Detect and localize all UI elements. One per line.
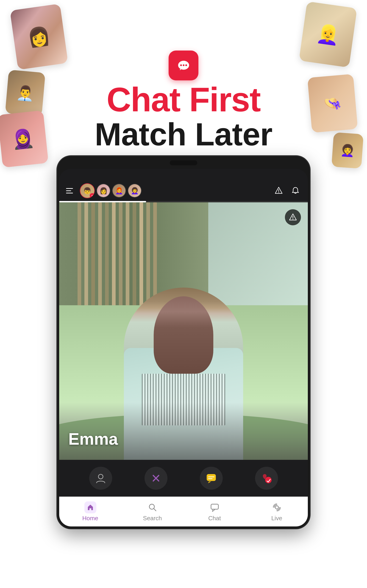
report-nav-icon[interactable] — [273, 185, 284, 196]
device-frame: 👦 + 👩 👩‍🦰 👩‍🦱 — [57, 156, 310, 528]
tab-chat[interactable]: Chat — [184, 502, 246, 522]
svg-point-8 — [292, 219, 293, 220]
svg-point-19 — [275, 506, 278, 509]
svg-rect-12 — [207, 474, 216, 481]
nav-avatars: 👦 + 👩 👩‍🦰 👩‍🦱 — [80, 183, 273, 198]
chat-tab-label: Chat — [208, 515, 221, 522]
floating-avatar-br-small: 👩‍🦱 — [332, 132, 364, 169]
nav-avatar-4[interactable]: 👩‍🦱 — [128, 184, 142, 198]
action-buttons — [59, 460, 308, 497]
floating-avatar-mr: 👒 — [307, 74, 358, 133]
nav-icons-right — [273, 185, 301, 196]
notifications-icon[interactable] — [290, 185, 301, 196]
headline-main: Chat First — [80, 83, 287, 117]
nav-avatar-3[interactable]: 👩‍🦰 — [112, 184, 126, 198]
svg-point-6 — [278, 192, 279, 193]
like-action-button[interactable] — [255, 467, 278, 490]
floating-avatar-tr: 👱‍♀️ — [299, 1, 357, 68]
search-tab-icon — [147, 502, 158, 513]
nav-avatar-1[interactable]: 👦 + — [80, 183, 95, 198]
tab-home[interactable]: Home — [59, 502, 121, 522]
svg-rect-18 — [211, 504, 218, 509]
card-area[interactable]: Emma — [59, 202, 308, 460]
floating-avatar-tl: 👩 — [10, 4, 68, 70]
search-tab-label: Search — [143, 515, 162, 522]
add-friend-badge: + — [90, 193, 95, 198]
nav-avatar-2[interactable]: 👩 — [97, 184, 110, 198]
top-nav: 👦 + 👩 👩‍🦰 👩‍🦱 — [59, 180, 308, 201]
home-tab-icon — [84, 502, 96, 513]
device-notch — [170, 160, 197, 165]
menu-icon[interactable] — [66, 186, 75, 195]
tab-bar: Home Search Chat — [59, 497, 308, 527]
tab-live[interactable]: Live — [246, 502, 308, 522]
status-bar — [59, 169, 308, 180]
device-screen: 👦 + 👩 👩‍🦰 👩‍🦱 — [59, 169, 308, 527]
chat-tab-icon — [209, 502, 221, 513]
svg-line-17 — [154, 509, 156, 511]
card-report-button[interactable] — [285, 209, 301, 225]
svg-point-3 — [183, 64, 184, 66]
svg-point-4 — [185, 64, 187, 66]
profile-name: Emma — [68, 430, 118, 448]
svg-point-9 — [98, 474, 103, 479]
skip-action-button[interactable] — [144, 467, 167, 490]
floating-avatar-ml: 👨‍💼 — [5, 69, 45, 116]
chat-action-button[interactable] — [200, 467, 223, 490]
live-tab-icon — [271, 502, 283, 513]
tab-search[interactable]: Search — [121, 502, 184, 522]
svg-point-2 — [180, 64, 182, 66]
headline-sub: Match Later — [80, 117, 287, 152]
app-icon — [169, 51, 198, 80]
headline: Chat First Match Later — [80, 83, 287, 152]
profile-action-button[interactable] — [89, 467, 112, 490]
live-tab-label: Live — [271, 515, 282, 522]
home-tab-label: Home — [82, 515, 98, 522]
floating-avatar-bl: 🧕 — [0, 110, 48, 168]
